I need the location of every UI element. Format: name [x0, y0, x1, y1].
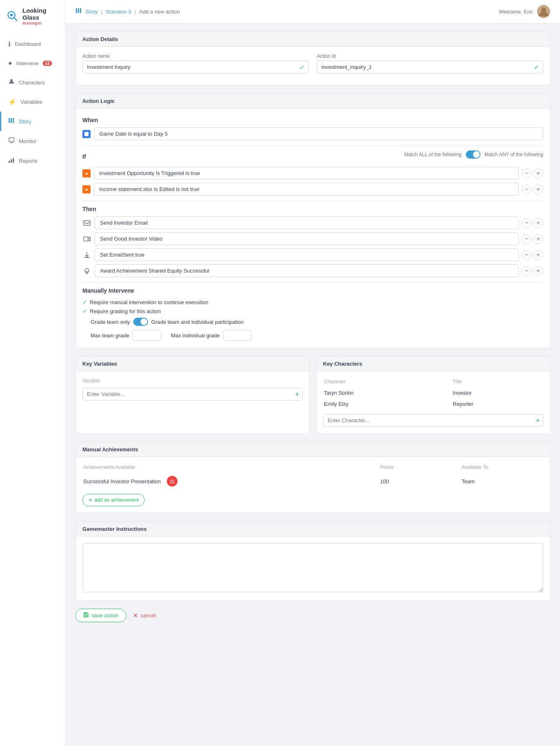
reports-icon: [8, 157, 15, 165]
condition-2-add-btn[interactable]: +: [533, 184, 543, 194]
condition-1-remove-btn[interactable]: −: [522, 168, 532, 178]
grade-toggle[interactable]: [133, 318, 148, 326]
action-id-check-icon: ✓: [534, 63, 539, 71]
sidebar-item-reports[interactable]: Reports: [0, 151, 65, 171]
svg-point-1: [10, 14, 13, 16]
manual-achievements-section: Manual Achievements Achievements Availab…: [75, 442, 550, 513]
sidebar-item-characters[interactable]: Characters: [0, 73, 65, 92]
achievement-badge-icon: ⚖: [167, 476, 178, 487]
max-individual-label: Max individual grade: [171, 332, 220, 339]
then-1-remove-btn[interactable]: −: [522, 218, 532, 228]
sidebar-item-monitor[interactable]: Monitor: [0, 131, 65, 151]
condition-row-2: ● Income statement.xlsx Is Edited is not…: [82, 183, 543, 196]
action-name-input-wrapper: ✓: [82, 61, 309, 73]
key-variables-body: Variable +: [76, 371, 309, 407]
avatar: [537, 5, 550, 18]
condition-2-remove-btn[interactable]: −: [522, 184, 532, 194]
max-team-input[interactable]: [132, 330, 161, 341]
max-team-label: Max team grade: [91, 332, 129, 339]
action-details-header: Action Details: [76, 32, 550, 47]
mi-max-grades: Max team grade Max individual grade: [91, 330, 543, 341]
character-input[interactable]: [323, 414, 543, 427]
manual-achievements-body: Achievements Available Points Available …: [76, 457, 550, 513]
ach-available-to-col: Available To:: [462, 464, 542, 473]
dashboard-icon: ℹ: [8, 40, 11, 48]
svg-rect-12: [76, 8, 77, 13]
key-characters-table: Character Title Taryn Sorkin Investor Em…: [323, 378, 543, 410]
action-details-row: Action name ✓ Action id ✓: [82, 53, 543, 73]
variables-icon: ⚡: [8, 98, 16, 106]
page-content: Action Details Action name ✓ Action id: [66, 23, 560, 746]
variable-input[interactable]: [82, 388, 303, 400]
action-name-input[interactable]: [82, 61, 309, 73]
then-4-add-btn[interactable]: +: [533, 266, 543, 276]
mi-check-2-icon: ✓: [82, 308, 87, 314]
action-name-check-icon: ✓: [299, 63, 305, 71]
char-col-header: Character: [324, 379, 452, 387]
sidebar-item-story[interactable]: Story: [0, 111, 65, 131]
then-4-remove-btn[interactable]: −: [522, 266, 532, 276]
save-action-button[interactable]: save action: [75, 609, 126, 622]
match-toggle[interactable]: [466, 150, 480, 159]
mi-title: Manually Intervene: [82, 287, 543, 294]
sidebar-nav: ℹ Dashboard ● Intervene 12 Characters ⚡ …: [0, 34, 65, 171]
then-row-3: Set EmailSent true − +: [82, 248, 543, 261]
condition-1-add-btn[interactable]: +: [533, 168, 543, 178]
when-label: When: [82, 117, 543, 123]
then-row-1: Send Investor Email − +: [82, 216, 543, 229]
grade-team-ind-label: Grade team and individual participation: [151, 319, 244, 325]
breadcrumb-story[interactable]: Story: [85, 9, 98, 15]
add-achievement-btn[interactable]: + add an achievement: [82, 494, 145, 506]
story-icon: [8, 117, 15, 125]
match-row: Match ALL of the following Match ANY of …: [404, 150, 543, 159]
action-details-body: Action name ✓ Action id ✓: [76, 47, 550, 85]
condition-row-1: ● Investment Opportunity Is Triggered is…: [82, 167, 543, 180]
then-2-box: Send Good Investor Video: [95, 232, 519, 245]
when-condition-icon: [82, 130, 91, 138]
cancel-button[interactable]: ✕ cancel: [133, 612, 156, 619]
breadcrumb-sep1: |: [101, 9, 102, 15]
action-name-group: Action name ✓: [82, 53, 309, 73]
svg-rect-19: [84, 237, 88, 241]
sidebar-item-intervene[interactable]: ● Intervene 12: [0, 54, 65, 73]
svg-rect-6: [13, 118, 14, 123]
match-any-label: Match ANY of the following: [485, 152, 543, 157]
then-3-icon: [82, 250, 91, 259]
action-id-input-wrapper: ✓: [317, 61, 543, 73]
breadcrumb-scenario[interactable]: Scenario 3: [106, 9, 131, 15]
main-content: Story | Scenario 3 | Add a new action We…: [66, 0, 560, 746]
footer-actions: save action ✕ cancel: [75, 609, 550, 635]
when-condition-row: Game Date is equal to Day 5: [82, 127, 543, 140]
character-add-btn[interactable]: +: [535, 416, 540, 425]
then-3-remove-btn[interactable]: −: [522, 250, 532, 260]
svg-rect-23: [85, 613, 87, 614]
then-1-add-btn[interactable]: +: [533, 218, 543, 228]
then-row-2: Send Good Investor Video − +: [82, 232, 543, 245]
action-id-input[interactable]: [317, 61, 543, 73]
then-2-icon: [82, 234, 91, 243]
sidebar-item-variables[interactable]: ⚡ Variables: [0, 92, 65, 111]
then-2-add-btn[interactable]: +: [533, 234, 543, 244]
action-logic-header: Action Logic: [76, 94, 550, 109]
mi-check-1-row: ✓ Require manual intervention to continu…: [82, 299, 543, 305]
sidebar-item-dashboard[interactable]: ℹ Dashboard: [0, 34, 65, 54]
condition-1-box: Investment Opportunity Is Triggered is t…: [94, 167, 519, 180]
gamemaster-textarea[interactable]: [82, 543, 543, 592]
variable-add-btn[interactable]: +: [295, 390, 299, 398]
breadcrumb: Story | Scenario 3 | Add a new action: [75, 7, 180, 16]
char-1-name: Taryn Sorkin: [324, 388, 452, 398]
max-individual-input[interactable]: [223, 330, 252, 341]
logo-icon: [7, 9, 19, 24]
then-3-add-btn[interactable]: +: [533, 250, 543, 260]
mi-check-2-row: ✓ Require grading for this action: [82, 308, 543, 314]
svg-rect-9: [9, 161, 10, 163]
then-4-box: Award Achievement Shared Equity Successf…: [95, 264, 519, 277]
ach-1-points: 100: [380, 473, 461, 489]
svg-rect-10: [11, 159, 12, 163]
welcome-text: Welcome, Eric: [499, 9, 533, 15]
breadcrumb-current: Add a new action: [139, 9, 180, 15]
svg-rect-13: [78, 8, 79, 13]
then-2-remove-btn[interactable]: −: [522, 234, 532, 244]
svg-rect-14: [80, 8, 81, 13]
gamemaster-header: Gamemaster Instructions: [76, 522, 550, 537]
